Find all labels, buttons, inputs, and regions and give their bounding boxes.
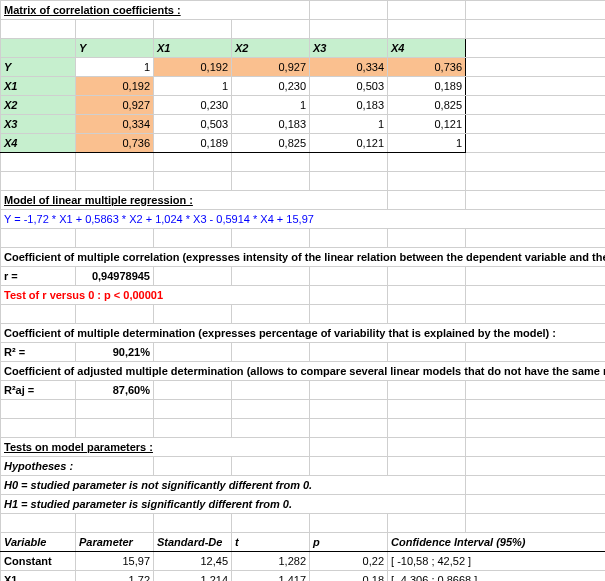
r2aj-label: R²aj =	[1, 381, 76, 400]
corr-cell: 1	[310, 115, 388, 134]
corr-cell: 0,192	[154, 58, 232, 77]
corr-head-x2: X2	[232, 39, 310, 58]
corr-cell: 1	[388, 134, 466, 153]
h0: H0 = studied parameter is not significan…	[1, 476, 466, 495]
corr-cell: 0,825	[388, 96, 466, 115]
corr-cell: 0,825	[232, 134, 310, 153]
param-var: Constant	[1, 552, 76, 571]
corr-head-x3: X3	[310, 39, 388, 58]
param-t: 1,282	[232, 552, 310, 571]
model-equation: Y = -1,72 * X1 + 0,5863 * X2 + 1,024 * X…	[1, 210, 606, 229]
corr-cell: 0,192	[76, 77, 154, 96]
param-val: 15,97	[76, 552, 154, 571]
r-label: r =	[1, 267, 76, 286]
corr-head-x1: X1	[154, 39, 232, 58]
param-p: 0,22	[310, 552, 388, 571]
corr-row-X1: X1	[1, 77, 76, 96]
ph-variable: Variable	[1, 533, 76, 552]
corr-cell: 0,183	[232, 115, 310, 134]
coef-adj-title: Coefficient of adjusted multiple determi…	[1, 362, 606, 381]
param-t: -1,417	[232, 571, 310, 582]
corr-cell: 0,230	[154, 96, 232, 115]
param-ci: [ -10,58 ; 42,52 ]	[388, 552, 605, 571]
section-title: Matrix of correlation coefficients :	[1, 1, 310, 20]
corr-cell: 0,927	[76, 96, 154, 115]
corr-cell: 0,503	[310, 77, 388, 96]
corr-cell: 0,189	[388, 77, 466, 96]
corr-cell: 0,121	[388, 115, 466, 134]
param-sd: 12,45	[154, 552, 232, 571]
corr-head-x4: X4	[388, 39, 466, 58]
test-r: Test of r versus 0 : p < 0,00001	[1, 286, 310, 305]
corr-row-X2: X2	[1, 96, 76, 115]
corr-cell: 0,121	[310, 134, 388, 153]
ph-ci: Confidence Interval (95%)	[388, 533, 605, 552]
h1: H1 = studied parameter is significantly …	[1, 495, 466, 514]
corr-row-Y: Y	[1, 58, 76, 77]
corr-cell: 0,189	[154, 134, 232, 153]
param-var: X1	[1, 571, 76, 582]
corr-row-X4: X4	[1, 134, 76, 153]
corr-cell: 0,736	[388, 58, 466, 77]
hypotheses-label: Hypotheses :	[1, 457, 154, 476]
coef-mult-det-title: Coefficient of multiple determination (e…	[1, 324, 606, 343]
r2-label: R² =	[1, 343, 76, 362]
corr-cell: 0,927	[232, 58, 310, 77]
param-p: 0,18	[310, 571, 388, 582]
r2-value: 90,21%	[76, 343, 154, 362]
corr-cell: 0,334	[76, 115, 154, 134]
ph-sd: Standard-De	[154, 533, 232, 552]
param-ci: [ -4,306 ; 0,8668 ]	[388, 571, 605, 582]
corr-cell: 0,183	[310, 96, 388, 115]
corr-cell: 1	[154, 77, 232, 96]
corr-cell: 1	[232, 96, 310, 115]
model-title: Model of linear multiple regression :	[1, 191, 388, 210]
ph-t: t	[232, 533, 310, 552]
ph-parameter: Parameter	[76, 533, 154, 552]
spreadsheet-table: Matrix of correlation coefficients :YX1X…	[0, 0, 605, 581]
param-sd: 1,214	[154, 571, 232, 582]
ph-p: p	[310, 533, 388, 552]
corr-head-y: Y	[76, 39, 154, 58]
corr-cell: 0,334	[310, 58, 388, 77]
r-value: 0,94978945	[76, 267, 154, 286]
tests-title: Tests on model parameters :	[1, 438, 310, 457]
corr-cell: 0,503	[154, 115, 232, 134]
r2aj-value: 87,60%	[76, 381, 154, 400]
coef-mult-corr-title: Coefficient of multiple correlation (exp…	[1, 248, 606, 267]
param-val: -1,72	[76, 571, 154, 582]
corr-cell: 0,230	[232, 77, 310, 96]
corr-row-X3: X3	[1, 115, 76, 134]
corr-cell: 1	[76, 58, 154, 77]
corr-cell: 0,736	[76, 134, 154, 153]
